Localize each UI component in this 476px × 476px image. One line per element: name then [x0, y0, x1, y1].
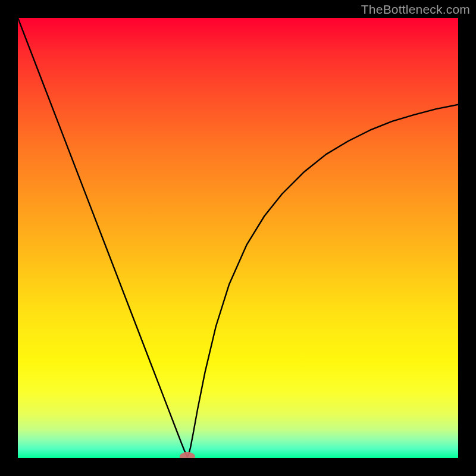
plot-area	[18, 18, 458, 458]
chart-frame: TheBottleneck.com	[0, 0, 476, 476]
watermark-text: TheBottleneck.com	[361, 2, 470, 17]
bottleneck-curve	[18, 18, 458, 457]
curve-layer	[18, 18, 458, 458]
minimum-marker	[180, 452, 195, 458]
